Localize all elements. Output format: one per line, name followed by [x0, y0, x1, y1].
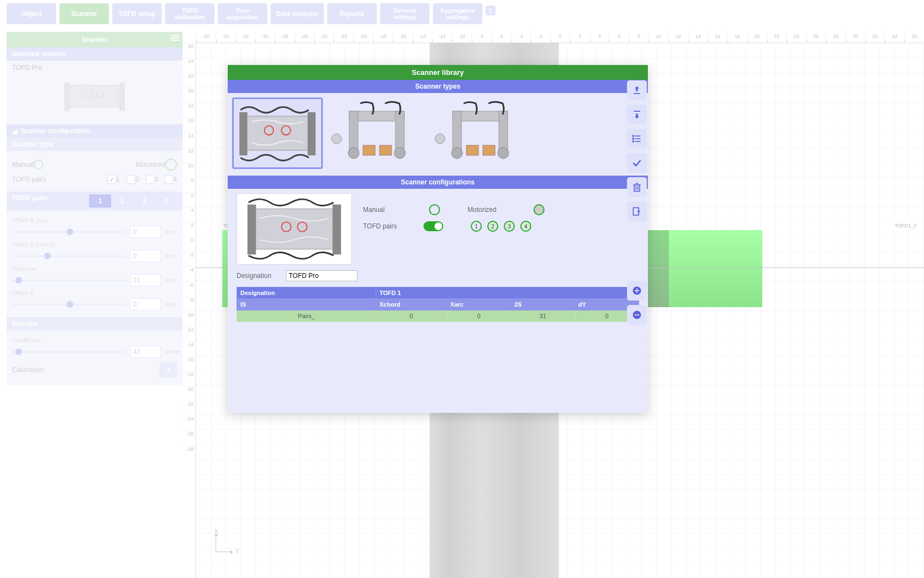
scanner-library-modal: Scanner library Scanner types — [228, 65, 648, 413]
svg-rect-27 — [248, 205, 256, 255]
nav-tofd-calibration[interactable]: TOFDcalibration — [165, 3, 215, 24]
svg-point-35 — [632, 138, 634, 139]
ruler-vertical: 26242220181614121086420-2-4-6-8-10-12-14… — [183, 43, 196, 578]
modal-title: Scanner library — [228, 65, 648, 80]
distance-value[interactable]: 31 — [130, 274, 161, 286]
offset-x-arc-row: Offset X (arc) 0 mm — [12, 217, 177, 238]
nav-tofd-setup[interactable]: TOFD setup — [112, 3, 162, 24]
nav-reports[interactable]: Reports — [327, 3, 377, 24]
coefficient-slider[interactable] — [12, 351, 126, 353]
svg-point-21 — [452, 148, 463, 159]
scanner-type-label: Scanner type — [7, 138, 183, 151]
offset-x-chord-slider[interactable] — [12, 255, 126, 257]
delete-button[interactable] — [627, 177, 647, 197]
motorized-radio[interactable] — [165, 159, 177, 171]
scanner-types-row — [228, 93, 648, 176]
nav-data-analysis[interactable]: Data analysis — [271, 3, 324, 24]
selected-scanner-label: Selected scanner — [7, 47, 183, 61]
cfg-pair-2[interactable]: 2 — [487, 221, 498, 232]
offset-y-slider[interactable] — [12, 304, 126, 306]
hamburger-icon[interactable] — [170, 35, 179, 41]
svg-point-14 — [394, 148, 405, 159]
remove-button[interactable] — [627, 305, 647, 325]
scanner-type-2[interactable] — [327, 97, 426, 169]
pair-2-check[interactable] — [127, 175, 135, 184]
tofd-pairs-tab-header: TOFD pairs 1 2 3 4 — [7, 192, 183, 210]
pair-3-check[interactable] — [146, 175, 155, 184]
calibration-label: Calibration — [12, 366, 43, 374]
svg-rect-6 — [239, 112, 247, 156]
cfg-manual-label: Manual — [363, 206, 413, 214]
left-panel-title: Scanner — [7, 32, 183, 47]
scanner-types-header: Scanner types — [228, 80, 648, 93]
close-x-button[interactable]: X — [486, 6, 496, 15]
pair-1-check[interactable] — [107, 175, 116, 184]
pair-4-check[interactable] — [164, 175, 173, 184]
add-button[interactable] — [627, 281, 647, 301]
svg-rect-47 — [635, 314, 639, 315]
selected-scanner-name: TOFD Pro — [12, 64, 177, 72]
tofd1-2-tag: TOFD1_2 — [894, 222, 917, 229]
download-button[interactable] — [627, 105, 647, 124]
coefficient-value[interactable]: 42 — [130, 346, 161, 358]
svg-rect-2 — [119, 83, 125, 111]
designation-input[interactable] — [286, 270, 358, 281]
table-row[interactable]: Pairs_ 0 0 31 0 — [237, 310, 639, 322]
cfg-manual-radio[interactable] — [429, 204, 440, 215]
motorized-label: Motorized — [136, 161, 165, 168]
offset-x-arc-value[interactable]: 0 — [130, 226, 161, 238]
nav-object[interactable]: Object — [7, 3, 56, 24]
config-table: Designation TOFD 1 IS Xchord Xarc 2S dY … — [237, 287, 639, 322]
svg-point-36 — [632, 141, 634, 142]
tab-1[interactable]: 1 — [89, 194, 111, 208]
offset-y-value[interactable]: 0 — [130, 298, 161, 310]
distance-slider[interactable] — [12, 280, 126, 281]
encoder-label: Encoder — [7, 317, 183, 330]
cfg-pair-4[interactable]: 4 — [520, 221, 531, 232]
scanner-configuration-label[interactable]: ◢Scanner configuration — [7, 124, 183, 138]
top-nav: Object Scanner TOFD setup TOFDcalibratio… — [0, 0, 924, 28]
svg-point-17 — [332, 134, 342, 144]
svg-rect-20 — [499, 111, 508, 151]
calibration-plus-button[interactable]: + — [160, 362, 177, 378]
svg-rect-24 — [483, 145, 495, 155]
offset-x-chord-value[interactable]: 0 — [130, 250, 161, 262]
svg-rect-15 — [363, 145, 375, 155]
tab-4[interactable]: 4 — [155, 194, 177, 208]
cfg-pair-1[interactable]: 1 — [471, 221, 482, 232]
manual-radio[interactable] — [34, 160, 43, 170]
nav-scanner[interactable]: Scanner — [59, 3, 109, 24]
nav-general-settings[interactable]: Generalsettings — [380, 3, 430, 24]
tab-2[interactable]: 2 — [111, 194, 133, 208]
config-area: Manual Motorized TOFD pairs 1 — [228, 189, 648, 413]
svg-point-34 — [632, 135, 634, 137]
svg-rect-19 — [453, 111, 461, 151]
designation-label: Designation — [237, 272, 280, 280]
offset-y-row: Offset Y 0 mm — [12, 290, 177, 310]
sh-xarc: Xarc — [447, 299, 510, 310]
scanner-type-3[interactable] — [431, 97, 530, 169]
upload-button[interactable] — [627, 80, 647, 100]
svg-rect-45 — [635, 290, 639, 291]
sh-is: IS — [237, 299, 376, 310]
nav-data-acquisition[interactable]: Dataacquisition — [218, 3, 267, 24]
svg-rect-12 — [395, 111, 404, 151]
coefficient-row: Coefficient 42 pls/mm — [12, 337, 177, 358]
tab-3[interactable]: 3 — [133, 194, 155, 208]
offset-x-arc-slider[interactable] — [12, 231, 126, 233]
svg-rect-26 — [252, 209, 337, 249]
ruler-horizontal: -36-34-32-30-28-26-24-22-20-18-16-14-12-… — [196, 32, 924, 43]
cfg-motorized-radio[interactable] — [534, 204, 544, 215]
cfg-tofd-pairs-switch[interactable] — [424, 221, 443, 231]
list-button[interactable] — [627, 129, 647, 149]
scanner-type-1[interactable] — [232, 97, 323, 169]
cfg-pair-3[interactable]: 3 — [504, 221, 515, 232]
config-preview — [237, 193, 352, 265]
svg-rect-16 — [380, 145, 392, 155]
svg-point-13 — [348, 148, 359, 159]
svg-point-22 — [498, 148, 509, 159]
svg-rect-37 — [634, 185, 640, 192]
export-button[interactable] — [627, 201, 647, 221]
confirm-button[interactable] — [627, 153, 647, 173]
nav-aggregative-settings[interactable]: Aggregativesettings — [433, 3, 482, 24]
